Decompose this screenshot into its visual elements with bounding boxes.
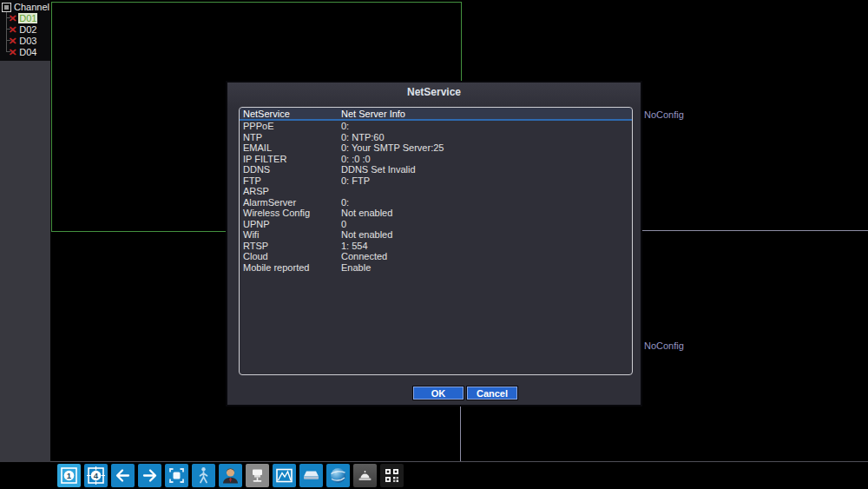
laptop-icon — [299, 464, 323, 487]
table-row-rtsp[interactable]: RTSP 1: 554 — [240, 241, 632, 252]
dialog-title: NetService — [227, 86, 641, 98]
service-info: Not enabled — [341, 229, 632, 240]
intelligent-person-button[interactable] — [219, 464, 242, 487]
output-adjust-button[interactable] — [299, 464, 323, 487]
service-name: DDNS — [240, 164, 341, 175]
table-row-ipfilter[interactable]: IP FILTER 0: :0 :0 — [240, 154, 632, 165]
service-name: Wireless Config — [240, 208, 341, 218]
table-row-email[interactable]: EMAIL 0: Your SMTP Server:25 — [240, 142, 632, 154]
arrow-right-icon — [138, 464, 161, 487]
cancel-button[interactable]: Cancel — [467, 387, 517, 400]
waveform-monitor-icon — [273, 464, 296, 487]
channel-tree-icon — [2, 3, 11, 12]
arrow-left-icon — [111, 464, 135, 487]
channel-item-d02[interactable]: ✕ D02 — [9, 24, 37, 35]
previous-channel-button[interactable] — [111, 464, 135, 487]
service-info: 1: 554 — [341, 241, 632, 251]
camera-icon — [246, 464, 269, 487]
channel-item-d03[interactable]: ✕ D03 — [9, 36, 37, 46]
alarm-button[interactable] — [353, 464, 377, 487]
table-row-alarmserver[interactable]: AlarmServer 0: — [240, 197, 632, 208]
service-name: Wifi — [240, 229, 341, 240]
red-x-icon: ✕ — [9, 25, 17, 34]
avatar-icon — [219, 464, 242, 487]
record-mode-button[interactable] — [165, 464, 188, 487]
channel-label: D03 — [18, 36, 37, 46]
noconfig-label-bottom-right: NoConfig — [644, 340, 684, 351]
service-info: Connected — [341, 251, 632, 261]
red-x-icon: ✕ — [9, 36, 17, 45]
service-info: Enable — [341, 262, 632, 273]
table-row-mobilereported[interactable]: Mobile reported Enable — [240, 262, 632, 274]
channel-label: D04 — [18, 47, 37, 57]
channel-label: D01 — [18, 13, 37, 23]
channel-item-d04[interactable]: ✕ D04 — [9, 47, 37, 57]
service-info: 0: Your SMTP Server:25 — [341, 142, 632, 153]
service-info: 0: NTP:60 — [341, 132, 632, 142]
record-frame-icon — [165, 464, 188, 487]
next-channel-button[interactable] — [138, 464, 161, 487]
toolbar-divider — [50, 461, 868, 462]
table-row-ntp[interactable]: NTP 0: NTP:60 — [240, 132, 632, 143]
table-row-ftp[interactable]: FTP 0: FTP — [240, 175, 632, 187]
table-row-ddns[interactable]: DDNS DDNS Set Invalid — [240, 164, 632, 175]
quad-view-button[interactable]: 4 — [84, 464, 108, 487]
bottom-toolbar: 1 4 — [57, 464, 404, 487]
service-info: 0: — [341, 121, 632, 131]
service-info: 0: :0 :0 — [341, 154, 632, 164]
table-header-row: NetService Net Server Info — [240, 108, 632, 121]
service-name: AlarmServer — [240, 197, 341, 208]
table-row-upnp[interactable]: UPNP 0 — [240, 219, 632, 230]
channel-item-d01[interactable]: ✕ D01 — [9, 13, 37, 23]
single-view-icon: 1 — [57, 464, 81, 487]
dvr-screen: Channel ✕ D01 ✕ D02 ✕ D03 ✕ D04 NoConfig… — [0, 0, 868, 489]
col-header-netservice: NetService — [240, 109, 341, 119]
svg-text:4: 4 — [94, 471, 99, 480]
service-name: NTP — [240, 132, 341, 142]
service-name: EMAIL — [240, 142, 341, 153]
qr-code-button[interactable] — [380, 464, 404, 487]
service-name: Cloud — [240, 251, 341, 261]
service-info: Not enabled — [341, 208, 632, 218]
netservice-table: NetService Net Server Info PPPoE 0: NTP … — [239, 107, 633, 375]
channel-tree-title: Channel — [14, 2, 49, 12]
service-name: IP FILTER — [240, 154, 341, 164]
table-row-arsp[interactable]: ARSP — [240, 186, 632, 197]
red-x-icon: ✕ — [9, 48, 17, 56]
alarm-bell-icon — [353, 464, 377, 487]
qr-code-icon — [380, 464, 404, 487]
service-name: RTSP — [240, 241, 341, 251]
service-name: PPPoE — [240, 121, 341, 131]
globe-icon — [326, 464, 350, 487]
service-info: 0: FTP — [341, 175, 632, 186]
service-info: 0: — [341, 197, 632, 208]
service-info: DDNS Set Invalid — [341, 164, 632, 175]
netservice-dialog: NetService NetService Net Server Info PP… — [226, 81, 642, 406]
service-name: ARSP — [240, 186, 341, 196]
red-x-icon: ✕ — [9, 14, 17, 23]
table-row-cloud[interactable]: Cloud Connected — [240, 251, 632, 262]
channel-tree: Channel ✕ D01 ✕ D02 ✕ D03 ✕ D04 — [0, 0, 50, 61]
channel-tree-root[interactable]: Channel — [2, 2, 49, 12]
motion-detect-button[interactable] — [192, 464, 215, 487]
service-info: 0 — [341, 219, 632, 229]
service-name: UPNP — [240, 219, 341, 229]
col-header-netserverinfo: Net Server Info — [341, 109, 632, 119]
color-setting-button[interactable] — [273, 464, 296, 487]
service-name: FTP — [240, 175, 341, 186]
network-button[interactable] — [326, 464, 350, 487]
single-view-button[interactable]: 1 — [57, 464, 81, 487]
channel-label: D02 — [18, 24, 37, 35]
ok-button[interactable]: OK — [413, 387, 464, 400]
svg-text:1: 1 — [67, 471, 72, 480]
walking-person-icon — [192, 464, 215, 487]
service-name: Mobile reported — [240, 262, 341, 273]
ptz-camera-button[interactable] — [246, 464, 269, 487]
noconfig-label-top-right: NoConfig — [644, 109, 684, 120]
table-row-wifi[interactable]: Wifi Not enabled — [240, 229, 632, 241]
sidebar-strip — [0, 0, 50, 462]
quad-view-icon: 4 — [84, 464, 108, 487]
table-row-pppoe[interactable]: PPPoE 0: — [240, 121, 632, 132]
table-row-wirelessconfig[interactable]: Wireless Config Not enabled — [240, 208, 632, 219]
